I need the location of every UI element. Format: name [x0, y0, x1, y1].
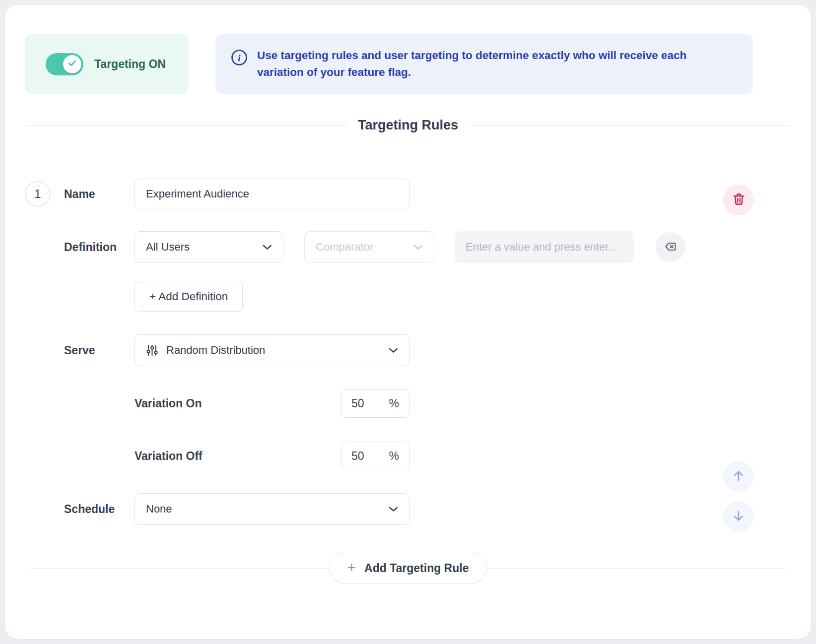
- rule-schedule-row: Schedule None: [25, 493, 791, 525]
- add-targeting-rule-button[interactable]: + Add Targeting Rule: [329, 553, 487, 583]
- attribute-select-value: All Users: [146, 241, 190, 254]
- trash-icon: [731, 192, 747, 208]
- add-definition-button[interactable]: + Add Definition: [135, 282, 243, 312]
- rule-definition-row: Definition All Users Comparator: [25, 231, 791, 263]
- targeting-toggle-container: Targeting ON: [25, 34, 189, 94]
- targeting-toggle[interactable]: [46, 53, 83, 75]
- info-icon: i: [230, 49, 248, 66]
- toggle-knob: [63, 55, 81, 73]
- info-banner-text: Use targeting rules and user targeting t…: [257, 47, 729, 81]
- rule-name-row: 1 Name: [25, 179, 791, 209]
- move-rule-down-button[interactable]: [723, 501, 754, 532]
- delete-rule-button[interactable]: [723, 185, 754, 215]
- percent-sign: %: [389, 397, 399, 410]
- page-background: Targeting ON i Use targeting rules and u…: [0, 0, 816, 644]
- rule-name-input[interactable]: [135, 179, 409, 209]
- name-label: Name: [64, 188, 135, 201]
- variation-off-value: 50: [351, 450, 364, 463]
- comparator-select[interactable]: Comparator: [304, 231, 434, 263]
- check-icon: [68, 60, 76, 69]
- variation-off-input[interactable]: 50 %: [341, 442, 409, 470]
- definition-label: Definition: [64, 241, 135, 254]
- serve-select[interactable]: Random Distribution: [135, 334, 409, 366]
- sliders-icon: [146, 344, 158, 357]
- variation-on-input[interactable]: 50 %: [341, 389, 409, 418]
- section-title: Targeting Rules: [358, 118, 458, 133]
- add-definition-row: + Add Definition: [25, 282, 791, 312]
- schedule-select-value: None: [146, 503, 172, 515]
- chevron-down-icon: [389, 348, 398, 353]
- rule-serve-row: Serve Random Distribution: [25, 334, 791, 366]
- variation-on-label: Variation On: [135, 397, 202, 410]
- divider-line-left: [25, 125, 347, 126]
- schedule-select[interactable]: None: [135, 493, 409, 525]
- rule-index-badge: 1: [25, 181, 51, 207]
- svg-text:i: i: [238, 53, 241, 63]
- attribute-select[interactable]: All Users: [135, 231, 283, 263]
- chevron-down-icon: [413, 245, 423, 250]
- move-rule-up-button[interactable]: [723, 461, 754, 492]
- section-divider: Targeting Rules: [25, 117, 791, 133]
- add-targeting-rule-label: Add Targeting Rule: [364, 562, 469, 575]
- targeting-toggle-label: Targeting ON: [94, 58, 166, 71]
- backspace-icon: [664, 240, 678, 255]
- comparator-select-placeholder: Comparator: [316, 241, 373, 254]
- arrow-down-icon: [731, 509, 746, 525]
- definition-value-input[interactable]: [455, 231, 634, 263]
- plus-icon: +: [347, 560, 356, 575]
- info-banner: i Use targeting rules and user targeting…: [215, 34, 753, 94]
- serve-label: Serve: [64, 344, 135, 357]
- variation-off-label: Variation Off: [135, 450, 203, 463]
- footer-row: + Add Targeting Rule: [25, 553, 791, 583]
- chevron-down-icon: [263, 245, 272, 250]
- arrow-up-icon: [731, 468, 746, 485]
- schedule-label: Schedule: [64, 503, 135, 516]
- variation-on-value: 50: [351, 397, 364, 410]
- targeting-panel: Targeting ON i Use targeting rules and u…: [5, 5, 811, 639]
- variation-off-row: Variation Off 50 %: [25, 442, 791, 470]
- chevron-down-icon: [389, 507, 398, 512]
- percent-sign: %: [389, 450, 399, 463]
- serve-select-value: Random Distribution: [166, 344, 265, 357]
- variation-on-row: Variation On 50 %: [25, 389, 791, 418]
- divider-line-right: [469, 125, 791, 126]
- clear-value-button[interactable]: [656, 232, 685, 262]
- top-row: Targeting ON i Use targeting rules and u…: [25, 34, 791, 94]
